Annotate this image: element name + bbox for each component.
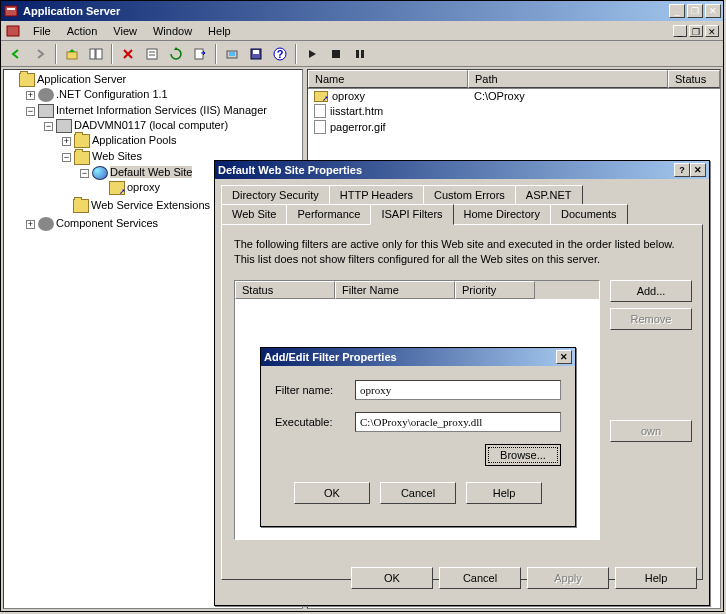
collapse-icon[interactable]: −: [62, 153, 71, 162]
svg-rect-9: [195, 49, 203, 59]
tree-label: DADVMN0117 (local computer): [74, 119, 228, 131]
properties-button[interactable]: [141, 43, 163, 65]
computer-icon: [56, 119, 72, 133]
tree-label: Web Sites: [92, 150, 142, 162]
delete-button[interactable]: [117, 43, 139, 65]
info-text: The following filters are active only fo…: [234, 237, 690, 268]
cancel-button[interactable]: Cancel: [439, 567, 521, 589]
pause-button[interactable]: [349, 43, 371, 65]
add-edit-filter-dialog: Add/Edit Filter Properties ✕ Filter name…: [260, 347, 576, 527]
col-path[interactable]: Path: [468, 70, 668, 88]
cancel-button[interactable]: Cancel: [380, 482, 456, 504]
menu-action[interactable]: Action: [59, 23, 106, 39]
item-status: [668, 120, 720, 134]
filter-list[interactable]: Status Filter Name Priority: [235, 281, 599, 299]
ok-button[interactable]: OK: [351, 567, 433, 589]
col-status[interactable]: Status: [668, 70, 720, 88]
tab-aspnet[interactable]: ASP.NET: [515, 185, 583, 204]
help-button[interactable]: Help: [615, 567, 697, 589]
show-hide-button[interactable]: [85, 43, 107, 65]
svg-rect-13: [253, 50, 259, 54]
folder-icon: [73, 199, 89, 213]
tree-label: Internet Information Services (IIS) Mana…: [56, 104, 267, 116]
back-button[interactable]: [5, 43, 27, 65]
export-button[interactable]: [189, 43, 211, 65]
tree-label: Web Service Extensions: [91, 199, 210, 211]
mdi-minimize-button[interactable]: _: [673, 25, 687, 37]
folder-icon: [74, 151, 90, 165]
tree-label: .NET Configuration 1.1: [56, 88, 168, 100]
filter-name-input[interactable]: [355, 380, 561, 400]
close-button[interactable]: ✕: [705, 4, 721, 18]
col-name[interactable]: Name: [308, 70, 468, 88]
col-status[interactable]: Status: [235, 281, 335, 299]
list-item[interactable]: iisstart.htm: [308, 103, 720, 119]
close-button[interactable]: ✕: [690, 163, 706, 177]
apply-button: Apply: [527, 567, 609, 589]
close-button[interactable]: ✕: [556, 350, 572, 364]
svg-rect-18: [361, 50, 364, 58]
app-icon: [3, 3, 19, 19]
help-button[interactable]: Help: [466, 482, 542, 504]
tab-directory-security[interactable]: Directory Security: [221, 185, 330, 204]
add-button[interactable]: Add...: [610, 280, 692, 302]
expand-icon[interactable]: +: [62, 137, 71, 146]
connect-button[interactable]: [221, 43, 243, 65]
save-button[interactable]: [245, 43, 267, 65]
file-icon: [314, 120, 326, 134]
item-name: oproxy: [332, 90, 365, 102]
mdi-close-button[interactable]: ✕: [705, 25, 719, 37]
collapse-icon[interactable]: −: [80, 169, 89, 178]
executable-label: Executable:: [275, 416, 355, 428]
titlebar: Application Server _ ❐ ✕: [1, 1, 723, 21]
dialog-titlebar: Add/Edit Filter Properties ✕: [261, 348, 575, 366]
tab-home-directory[interactable]: Home Directory: [453, 204, 551, 224]
list-header: Name Path Status: [308, 70, 720, 89]
play-button[interactable]: [301, 43, 323, 65]
collapse-icon[interactable]: −: [26, 107, 35, 116]
item-path: C:\OProxy: [468, 90, 668, 102]
svg-rect-11: [229, 52, 235, 56]
tab-documents[interactable]: Documents: [550, 204, 628, 224]
menu-file[interactable]: File: [25, 23, 59, 39]
list-item[interactable]: pagerror.gif: [308, 119, 720, 135]
list-item[interactable]: oproxy C:\OProxy: [308, 89, 720, 103]
up-button[interactable]: [61, 43, 83, 65]
svg-rect-4: [90, 49, 95, 59]
tree-label: Component Services: [56, 217, 158, 229]
item-status: [668, 90, 720, 102]
tree-net-config[interactable]: +.NET Configuration 1.1: [26, 87, 300, 103]
stop-button[interactable]: [325, 43, 347, 65]
col-filter-name[interactable]: Filter Name: [335, 281, 455, 299]
maximize-button[interactable]: ❐: [687, 4, 703, 18]
tab-http-headers[interactable]: HTTP Headers: [329, 185, 424, 204]
browse-button[interactable]: Browse...: [485, 444, 561, 466]
tab-custom-errors[interactable]: Custom Errors: [423, 185, 516, 204]
expand-icon[interactable]: +: [26, 91, 35, 100]
refresh-button[interactable]: [165, 43, 187, 65]
collapse-icon[interactable]: −: [44, 122, 53, 131]
tab-web-site[interactable]: Web Site: [221, 204, 287, 224]
menu-window[interactable]: Window: [145, 23, 200, 39]
svg-text:?: ?: [277, 48, 284, 60]
forward-button[interactable]: [29, 43, 51, 65]
tree-app-pools[interactable]: +Application Pools: [62, 133, 300, 149]
item-name: pagerror.gif: [330, 121, 386, 133]
tree-label: Default Web Site: [110, 166, 192, 178]
mdi-restore-button[interactable]: ❐: [689, 25, 703, 37]
executable-input[interactable]: [355, 412, 561, 432]
menu-view[interactable]: View: [105, 23, 145, 39]
help-button[interactable]: ?: [674, 163, 690, 177]
svg-rect-3: [67, 52, 77, 59]
help-button[interactable]: ?: [269, 43, 291, 65]
expand-icon[interactable]: +: [26, 220, 35, 229]
component-icon: [38, 217, 54, 231]
tab-performance[interactable]: Performance: [286, 204, 371, 224]
svg-rect-16: [332, 50, 340, 58]
col-priority[interactable]: Priority: [455, 281, 535, 299]
tab-isapi-filters[interactable]: ISAPI Filters: [370, 204, 453, 225]
item-name: iisstart.htm: [330, 105, 383, 117]
ok-button[interactable]: OK: [294, 482, 370, 504]
minimize-button[interactable]: _: [669, 4, 685, 18]
menu-help[interactable]: Help: [200, 23, 239, 39]
